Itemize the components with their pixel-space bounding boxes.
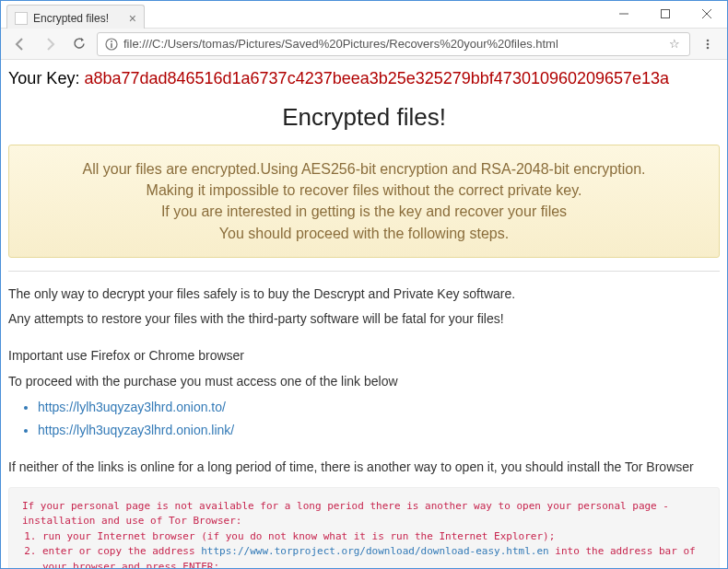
code-intro: If your personal page is not available f… xyxy=(22,499,706,529)
bookmark-icon[interactable]: ☆ xyxy=(669,37,680,51)
code-step-2: enter or copy the address https://www.to… xyxy=(42,544,706,568)
reload-button[interactable] xyxy=(67,32,91,56)
forward-button[interactable] xyxy=(38,32,62,56)
onion-link-1[interactable]: https://lylh3uqyzay3lhrd.onion.to/ xyxy=(38,400,226,414)
paragraph-2: Any attempts to restore your files with … xyxy=(8,309,720,330)
svg-rect-1 xyxy=(661,10,669,18)
page-favicon xyxy=(15,12,28,25)
window-close-button[interactable] xyxy=(686,1,727,27)
svg-point-9 xyxy=(707,46,710,49)
paragraph-1: The only way to decrypt your files safel… xyxy=(8,284,720,305)
warn-line-4: You should proceed with the following st… xyxy=(28,223,700,244)
menu-button[interactable] xyxy=(696,32,720,56)
key-value: a8ba77dad846516d1a6737c4237beea3b25e3252… xyxy=(84,69,669,87)
divider xyxy=(8,271,720,272)
back-button[interactable] xyxy=(8,32,32,56)
info-icon[interactable] xyxy=(105,38,118,51)
tab-close-icon[interactable]: × xyxy=(129,11,136,26)
instructions-box: If your personal page is not available f… xyxy=(8,487,720,568)
important-browser: Important use Firefox or Chrome browser xyxy=(8,346,720,366)
minimize-button[interactable] xyxy=(603,1,644,27)
key-row: Your Key: a8ba77dad846516d1a6737c4237bee… xyxy=(8,69,720,88)
svg-point-7 xyxy=(707,39,710,41)
proceed-text: To proceed with the purchase you must ac… xyxy=(8,372,720,392)
onion-link-2[interactable]: https://lylh3uqyzay3lhrd.onion.link/ xyxy=(38,423,234,437)
tor-paragraph: If neither of the links is online for a … xyxy=(8,458,720,478)
list-item: https://lylh3uqyzay3lhrd.onion.to/ xyxy=(38,398,720,418)
key-label: Your Key: xyxy=(8,69,84,87)
browser-window: Encrypted files! × xyxy=(0,0,728,569)
svg-point-8 xyxy=(707,42,710,45)
titlebar: Encrypted files! × xyxy=(1,1,727,29)
page-content: Your Key: a8ba77dad846516d1a6737c4237bee… xyxy=(1,60,727,568)
url-input[interactable] xyxy=(123,37,663,51)
address-field[interactable]: ☆ xyxy=(97,32,690,56)
svg-point-5 xyxy=(111,41,112,42)
warn-line-3: If you are interested in getting is the … xyxy=(28,201,700,222)
onion-links: https://lylh3uqyzay3lhrd.onion.to/ https… xyxy=(38,398,720,441)
body-text: The only way to decrypt your files safel… xyxy=(8,284,720,568)
address-bar: ☆ xyxy=(1,29,727,60)
page-title: Encrypted files! xyxy=(8,103,720,132)
tab-title: Encrypted files! xyxy=(33,12,109,25)
warning-box: All your files are encrypted.Using AES25… xyxy=(8,145,720,258)
window-buttons xyxy=(603,1,727,27)
warn-line-1: All your files are encrypted.Using AES25… xyxy=(28,158,700,180)
code-step-1: run your Internet browser (if you do not… xyxy=(42,529,706,545)
browser-tab[interactable]: Encrypted files! × xyxy=(6,5,145,30)
torproject-url[interactable]: https://www.torproject.org/download/down… xyxy=(201,545,549,557)
maximize-button[interactable] xyxy=(644,1,686,27)
warn-line-2: Making it impossible to recover files wi… xyxy=(28,180,700,201)
list-item: https://lylh3uqyzay3lhrd.onion.link/ xyxy=(38,421,720,441)
svg-rect-6 xyxy=(111,43,112,48)
